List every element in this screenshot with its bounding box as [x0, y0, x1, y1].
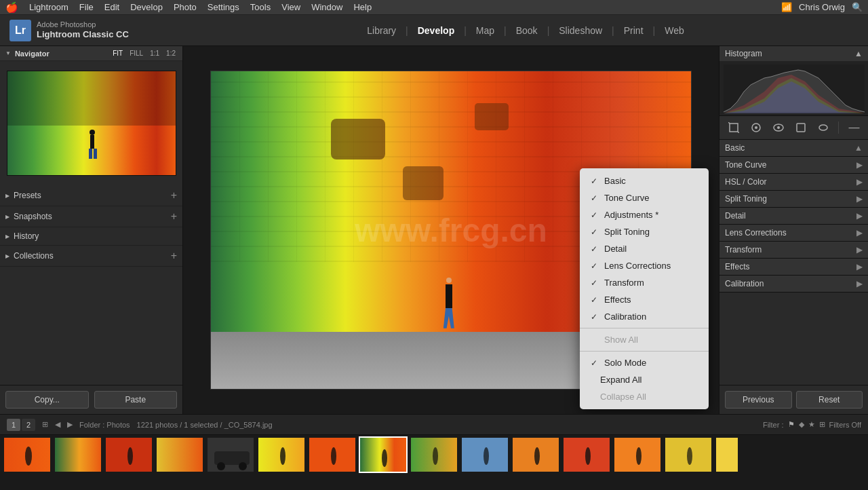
nav-print[interactable]: Print	[618, 22, 649, 39]
dropdown-item-tone-curve[interactable]: ✓ Tone Curve	[580, 189, 709, 206]
basic-section-toggle[interactable]: ▲	[854, 143, 863, 153]
photo-count: 1221 photos / 1 selected / _CO_5874.jpg	[137, 421, 273, 429]
lens-corrections-toggle[interactable]: ▶	[856, 228, 863, 238]
next-arrow[interactable]: ▶	[67, 420, 73, 429]
grid-view-icon[interactable]: ⊞	[42, 420, 48, 429]
filter-diamond-icon[interactable]: ◆	[799, 420, 804, 429]
menu-develop[interactable]: Develop	[130, 2, 163, 12]
menu-lightroom[interactable]: Lightroom	[29, 2, 68, 12]
menu-settings[interactable]: Settings	[208, 2, 239, 12]
filter-grid-icon[interactable]: ⊞	[819, 420, 825, 429]
effects-toggle[interactable]: ▶	[856, 262, 863, 271]
apple-menu[interactable]: 🍎	[5, 1, 18, 14]
filmstrip-thumb-14[interactable]	[664, 436, 713, 473]
filmstrip-thumb-6[interactable]	[257, 436, 306, 473]
presets-add-button[interactable]: +	[171, 189, 177, 202]
filmstrip-thumb-8-active[interactable]	[359, 436, 408, 473]
dropdown-item-detail[interactable]: ✓ Detail	[580, 240, 709, 257]
nav-slideshow[interactable]: Slideshow	[553, 22, 608, 39]
nav-book[interactable]: Book	[511, 22, 543, 39]
nav-web[interactable]: Web	[659, 22, 690, 39]
dropdown-item-transform[interactable]: ✓ Transform	[580, 274, 709, 291]
fit-option-1-1[interactable]: 1:1	[149, 49, 161, 58]
copy-button[interactable]: Copy...	[5, 391, 89, 409]
filmstrip-thumb-13[interactable]	[613, 436, 662, 473]
dropdown-expand-all[interactable]: Expand All	[580, 371, 709, 388]
page-num-2[interactable]: 2	[22, 419, 35, 431]
reset-button[interactable]: Reset	[796, 391, 863, 409]
page-num-1[interactable]: 1	[7, 419, 20, 431]
sidebar-item-presets[interactable]: ▶ Presets +	[0, 185, 182, 206]
effects-header[interactable]: Effects ▶	[719, 259, 868, 275]
detail-toggle[interactable]: ▶	[856, 211, 863, 221]
menu-edit[interactable]: Edit	[104, 2, 119, 12]
sidebar-item-snapshots[interactable]: ▶ Snapshots +	[0, 206, 182, 227]
basic-section-header[interactable]: Basic ▲	[719, 140, 868, 156]
filmstrip-thumb-4[interactable]	[155, 436, 204, 473]
tone-curve-section: Tone Curve ▶	[719, 157, 868, 174]
nav-develop[interactable]: Develop	[412, 22, 460, 39]
dropdown-solo-mode[interactable]: ✓ Solo Mode	[580, 354, 709, 371]
detail-header[interactable]: Detail ▶	[719, 208, 868, 224]
filmstrip-thumb-10[interactable]	[460, 436, 509, 473]
sidebar-item-history[interactable]: ▶ History	[0, 227, 182, 246]
fit-option-fit[interactable]: FIT	[111, 49, 124, 58]
heal-tool[interactable]	[749, 120, 764, 135]
gradient-tool[interactable]	[793, 120, 808, 135]
fit-option-fill[interactable]: FILL	[128, 49, 144, 58]
previous-button[interactable]: Previous	[725, 391, 792, 409]
filter-star-icon[interactable]: ★	[808, 420, 815, 429]
calibration-header[interactable]: Calibration ▶	[719, 276, 868, 292]
filmstrip-thumb-1[interactable]	[3, 436, 52, 473]
transform-header[interactable]: Transform ▶	[719, 242, 868, 258]
tone-curve-section-header[interactable]: Tone Curve ▶	[719, 157, 868, 173]
filmstrip-thumb-11[interactable]	[511, 436, 560, 473]
split-toning-header[interactable]: Split Toning ▶	[719, 191, 868, 207]
menu-file[interactable]: File	[79, 2, 94, 12]
check-detail: ✓	[591, 244, 600, 254]
dropdown-item-split-toning[interactable]: ✓ Split Toning	[580, 223, 709, 240]
fit-option-1-2[interactable]: 1:2	[165, 49, 177, 58]
filmstrip-thumb-12[interactable]	[562, 436, 611, 473]
prev-arrow[interactable]: ◀	[55, 420, 60, 429]
sidebar-item-collections[interactable]: ▶ Collections +	[0, 246, 182, 267]
dropdown-item-adjustments[interactable]: ✓ Adjustments *	[580, 206, 709, 223]
split-toning-toggle[interactable]: ▶	[856, 194, 863, 204]
radial-tool[interactable]	[816, 120, 831, 135]
hsl-toggle[interactable]: ▶	[856, 177, 863, 187]
dropdown-item-effects[interactable]: ✓ Effects	[580, 291, 709, 308]
menu-help[interactable]: Help	[353, 2, 372, 12]
lens-corrections-header[interactable]: Lens Corrections ▶	[719, 225, 868, 241]
crop-tool[interactable]	[726, 120, 741, 135]
dropdown-item-calibration[interactable]: ✓ Calibration	[580, 308, 709, 325]
nav-library[interactable]: Library	[361, 22, 401, 39]
adjustment-brush[interactable]: —	[846, 120, 861, 135]
search-icon[interactable]: 🔍	[852, 2, 863, 12]
dropdown-show-all[interactable]: ✓ Show All	[580, 331, 709, 348]
histogram-toggle[interactable]: ▲	[854, 49, 863, 58]
filter-flag-icon[interactable]: ⚑	[788, 420, 795, 429]
menu-window[interactable]: Window	[311, 2, 342, 12]
filmstrip-thumb-7[interactable]	[308, 436, 357, 473]
dropdown-item-basic[interactable]: ✓ Basic	[580, 172, 709, 189]
paste-button[interactable]: Paste	[94, 391, 178, 409]
transform-toggle[interactable]: ▶	[856, 245, 863, 255]
filmstrip-thumb-5[interactable]	[206, 436, 255, 473]
filmstrip-thumb-15[interactable]	[715, 436, 739, 473]
filmstrip-thumb-3[interactable]	[104, 436, 153, 473]
calibration-toggle[interactable]: ▶	[856, 279, 863, 288]
filmstrip-thumb-9[interactable]	[410, 436, 458, 473]
menu-tools[interactable]: Tools	[250, 2, 271, 12]
filmstrip-thumb-2[interactable]	[54, 436, 102, 473]
dropdown-collapse-all[interactable]: Collapse All	[580, 388, 709, 405]
dropdown-item-lens-corrections[interactable]: ✓ Lens Corrections	[580, 257, 709, 274]
snapshots-add-button[interactable]: +	[171, 210, 177, 223]
nav-map[interactable]: Map	[471, 22, 500, 39]
menu-photo[interactable]: Photo	[174, 2, 197, 12]
hsl-section-header[interactable]: HSL / Color ▶	[719, 174, 868, 190]
navigator-header[interactable]: ▼ Navigator FIT FILL 1:1 1:2	[0, 46, 182, 61]
collections-add-button[interactable]: +	[171, 250, 177, 262]
redeye-tool[interactable]	[771, 120, 786, 135]
menu-view[interactable]: View	[281, 2, 300, 12]
tone-curve-toggle[interactable]: ▶	[856, 160, 863, 170]
